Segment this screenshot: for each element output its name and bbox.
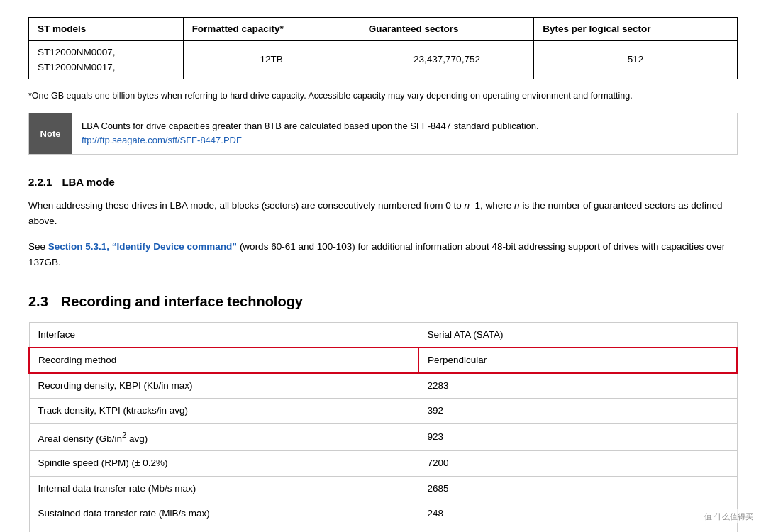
cell-value: 7200 — [418, 451, 737, 476]
cell-value: 600 (Ultra DMA mode 5) — [418, 526, 737, 532]
cell-property: I/O data-transfer rate (MB/s max) — [29, 526, 418, 532]
col-header-formatted-capacity: Formatted capacity* — [183, 18, 360, 41]
recording-table-row: Track density, KTPI (ktracks/in avg)392 — [29, 399, 737, 423]
cell-value: Perpendicular — [418, 348, 737, 373]
cell-value: 2283 — [418, 373, 737, 399]
recording-table-row: Recording density, KBPI (Kb/in max)2283 — [29, 373, 737, 399]
cell-property: Spindle speed (RPM) (± 0.2%) — [29, 451, 418, 476]
recording-table: InterfaceSerial ATA (SATA)Recording meth… — [28, 322, 738, 532]
capacity-table: ST models Formatted capacity* Guaranteed… — [28, 17, 738, 79]
section-221-number: 2.2.1 — [28, 176, 52, 188]
cell-sectors: 23,437,770,752 — [360, 41, 534, 79]
capacity-table-row: ST12000NM0007, ST12000NM0017,12TB23,437,… — [29, 41, 738, 79]
section-221-title: LBA mode — [62, 176, 114, 188]
note-label: Note — [29, 113, 72, 155]
recording-table-row: Areal density (Gb/in2 avg)923 — [29, 423, 737, 451]
note-content: LBA Counts for drive capacities greater … — [72, 113, 549, 155]
recording-table-row: Recording methodPerpendicular — [29, 348, 737, 373]
recording-table-row: Spindle speed (RPM) (± 0.2%)7200 — [29, 451, 737, 476]
section-23-heading: 2.3Recording and interface technology — [28, 291, 738, 312]
cell-capacity: 12TB — [183, 41, 360, 79]
para2-link[interactable]: Section 5.3.1, “Identify Device command” — [48, 241, 237, 252]
note-link[interactable]: ftp://ftp.seagate.com/sff/SFF-8447.PDF — [82, 135, 242, 145]
note-box: Note LBA Counts for drive capacities gre… — [28, 113, 738, 155]
col-header-guaranteed-sectors: Guaranteed sectors — [360, 18, 534, 41]
cell-value: Serial ATA (SATA) — [418, 322, 737, 348]
footnote-text: *One GB equals one billion bytes when re… — [28, 89, 738, 103]
section-23-number: 2.3 — [28, 294, 48, 309]
col-header-st-models: ST models — [29, 18, 184, 41]
section-221-paragraph2: See Section 5.3.1, “Identify Device comm… — [28, 239, 738, 271]
cell-property: Recording density, KBPI (Kb/in max) — [29, 373, 418, 399]
cell-value: 923 — [418, 423, 737, 451]
cell-property: Areal density (Gb/in2 avg) — [29, 423, 418, 451]
recording-table-row: Sustained data transfer rate (MiB/s max)… — [29, 501, 737, 526]
cell-property: Recording method — [29, 348, 418, 373]
para2-prefix: See — [28, 241, 48, 252]
cell-property: Sustained data transfer rate (MiB/s max) — [29, 501, 418, 526]
note-text: LBA Counts for drive capacities greater … — [82, 121, 539, 131]
recording-table-row: InterfaceSerial ATA (SATA) — [29, 322, 737, 348]
watermark: 值 什么值得买 — [700, 509, 757, 524]
cell-bytes: 512 — [534, 41, 738, 79]
recording-table-row: I/O data-transfer rate (MB/s max)600 (Ul… — [29, 526, 737, 532]
cell-property: Track density, KTPI (ktracks/in avg) — [29, 399, 418, 423]
section-23-title: Recording and interface technology — [61, 294, 303, 309]
cell-property: Interface — [29, 322, 418, 348]
cell-property: Internal data transfer rate (Mb/s max) — [29, 476, 418, 501]
section-221-heading: 2.2.1LBA mode — [28, 174, 738, 191]
col-header-bytes-per-sector: Bytes per logical sector — [534, 18, 738, 41]
cell-value: 392 — [418, 399, 737, 423]
cell-value: 2685 — [418, 476, 737, 501]
cell-st-models: ST12000NM0007, ST12000NM0017, — [29, 41, 184, 79]
recording-table-row: Internal data transfer rate (Mb/s max)26… — [29, 476, 737, 501]
cell-value: 248 — [418, 501, 737, 526]
section-221-paragraph1: When addressing these drives in LBA mode… — [28, 198, 738, 230]
